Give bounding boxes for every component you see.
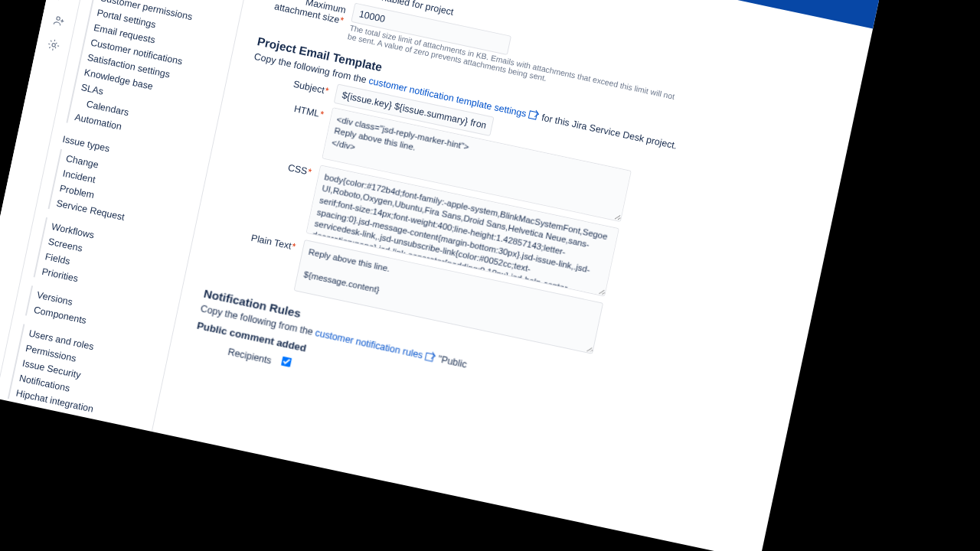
svg-point-7 [56, 16, 60, 20]
external-link-icon [425, 352, 434, 361]
rail-add-user-icon[interactable] [50, 12, 67, 30]
sidebar-group-servicedesk: Request types Customer permissions Porta… [66, 0, 235, 152]
rail-chat-icon[interactable] [55, 0, 73, 5]
app-window: Dashboards Projects Issues DbConsole Cre… [0, 0, 879, 551]
recipients-checkbox[interactable] [281, 356, 292, 367]
svg-point-8 [51, 43, 55, 47]
max-size-label: Maximum attachment size [264, 0, 354, 28]
sidebar-group-people: Users and roles Permissions Issue Securi… [8, 324, 161, 428]
app-body: Project settings Summary Details Re-inde… [0, 0, 873, 551]
main-content: Easy Email Attachments for Service Desk … [152, 0, 873, 551]
external-link-icon [528, 110, 537, 119]
rail-settings-icon[interactable] [44, 36, 62, 54]
